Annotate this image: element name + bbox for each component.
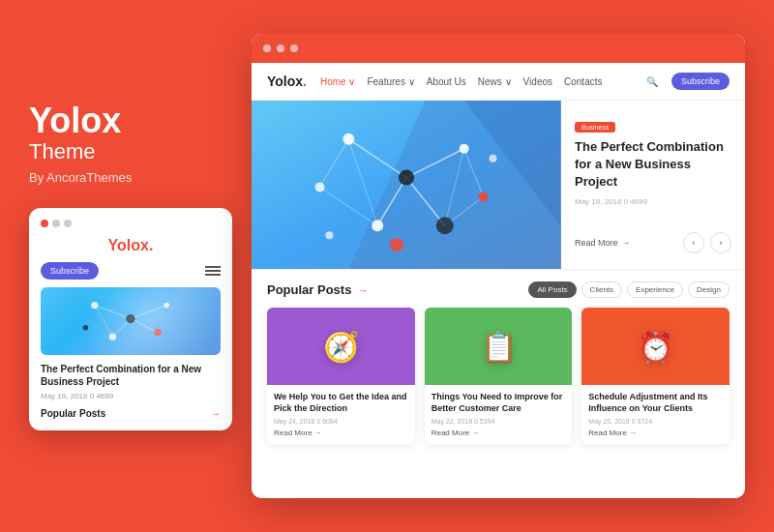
hero-image [252, 101, 561, 269]
svg-line-2 [112, 319, 131, 338]
mobile-mockup: Yolox. Subscribe [29, 208, 232, 430]
popular-title: Popular Posts → [267, 282, 368, 297]
browser-dot-2 [277, 44, 284, 52]
search-icon[interactable]: 🔍 [646, 76, 658, 87]
post-title-1: We Help You to Get the Idea and Pick the… [274, 392, 408, 414]
post-meta-2: May 22, 2018 0 5394 [432, 418, 566, 425]
svg-point-33 [325, 231, 333, 239]
nav-logo: Yolox. [267, 74, 307, 89]
svg-point-10 [83, 325, 89, 331]
browser-nav: Yolox. Home ∨ Features ∨ About Us News ∨… [252, 63, 745, 101]
browser-dot-1 [263, 44, 271, 52]
svg-point-31 [390, 238, 403, 251]
mobile-post-title: The Perfect Combination for a New Busine… [41, 363, 221, 388]
popular-section: Popular Posts → All Posts Clients Experi… [252, 270, 745, 456]
filter-design[interactable]: Design [688, 281, 729, 298]
post-title-3: Schedule Adjustment and Its Influence on… [588, 392, 723, 414]
filter-experience[interactable]: Experience [627, 281, 683, 298]
brand-title: Yolox [29, 102, 232, 140]
post-meta-3: May 20, 2018 0 3724 [588, 418, 723, 425]
mobile-subscribe-button[interactable]: Subscribe [41, 262, 99, 280]
read-more-arrow: → [622, 238, 631, 248]
svg-point-6 [126, 314, 134, 323]
svg-point-25 [342, 133, 354, 145]
compass-icon: 🧭 [323, 330, 359, 364]
mobile-logo: Yolox. [41, 237, 221, 254]
hero-nav-arrows: ‹ › [683, 232, 731, 253]
svg-point-26 [460, 144, 469, 154]
mobile-popular-label: Popular Posts [41, 408, 105, 419]
popular-filters: All Posts Clients Experience Design [528, 281, 729, 298]
nav-item-features[interactable]: Features ∨ [367, 76, 414, 87]
nav-item-news[interactable]: News ∨ [478, 76, 512, 87]
svg-point-32 [490, 155, 497, 163]
post-title-2: Things You Need to Improve for Better Cu… [432, 392, 566, 414]
mobile-dot-1 [41, 220, 48, 227]
hero-content: Business The Perfect Combination for a N… [561, 101, 745, 269]
svg-point-30 [479, 192, 489, 201]
filter-clients[interactable]: Clients [581, 281, 622, 298]
mobile-hero-image [41, 287, 221, 355]
posts-grid: 🧭 We Help You to Get the Idea and Pick t… [267, 308, 729, 444]
nav-item-contacts[interactable]: Contacts [564, 76, 602, 87]
popular-header: Popular Posts → All Posts Clients Experi… [267, 281, 729, 298]
svg-line-4 [95, 306, 113, 338]
hero-meta: May 18, 2018 0 4699 [575, 197, 731, 206]
svg-line-0 [95, 306, 131, 319]
post-thumb-3: ⏰ [581, 308, 729, 385]
next-arrow-button[interactable]: › [710, 232, 731, 253]
clock-icon: ⏰ [638, 330, 673, 364]
post-body-2: Things You Need to Improve for Better Cu… [425, 385, 573, 444]
left-panel: Yolox Theme By AncoraThemes Yolox. Subsc… [29, 92, 232, 441]
hero-read-more[interactable]: Read More → [575, 238, 631, 248]
svg-point-24 [399, 170, 414, 186]
svg-point-29 [315, 183, 325, 192]
post-read-more-3[interactable]: Read More → [588, 429, 723, 437]
nav-item-videos[interactable]: Videos [523, 76, 552, 87]
nav-items: Home ∨ Features ∨ About Us News ∨ Videos… [320, 76, 633, 87]
post-body-3: Schedule Adjustment and Its Influence on… [581, 385, 729, 444]
post-card-3: ⏰ Schedule Adjustment and Its Influence … [581, 308, 729, 444]
hero-title: The Perfect Combination for a New Busine… [575, 138, 731, 192]
nav-item-about[interactable]: About Us [427, 76, 466, 87]
prev-arrow-button[interactable]: ‹ [683, 232, 704, 253]
brand-author: By AncoraThemes [29, 170, 232, 185]
post-thumb-2: 📋 [425, 308, 573, 385]
nav-item-home[interactable]: Home ∨ [320, 76, 355, 87]
browser-bar [252, 34, 745, 63]
mobile-logo-text: Yolox. [108, 237, 154, 253]
post-read-more-1[interactable]: Read More → [274, 429, 408, 437]
post-meta-1: May 24, 2018 0 6084 [274, 418, 408, 425]
popular-arrow-icon: → [357, 284, 368, 296]
mobile-dot-2 [52, 220, 60, 227]
nav-subscribe-button[interactable]: Subscribe [671, 73, 729, 90]
svg-point-28 [436, 217, 454, 234]
post-card-1: 🧭 We Help You to Get the Idea and Pick t… [267, 308, 415, 444]
hero-section: Business The Perfect Combination for a N… [252, 101, 745, 270]
filter-all-posts[interactable]: All Posts [528, 281, 576, 298]
svg-point-9 [154, 329, 161, 336]
post-thumb-1: 🧭 [267, 308, 415, 385]
svg-point-7 [164, 303, 169, 309]
mobile-popular-arrow: → [211, 408, 221, 419]
svg-point-8 [109, 334, 116, 340]
browser-dot-3 [290, 44, 298, 52]
post-body-1: We Help You to Get the Idea and Pick the… [267, 385, 415, 444]
post-card-2: 📋 Things You Need to Improve for Better … [425, 308, 573, 444]
mobile-dot-3 [64, 220, 72, 227]
brand-subtitle: Theme [29, 139, 232, 164]
browser-mockup: Yolox. Home ∨ Features ∨ About Us News ∨… [252, 34, 745, 498]
svg-point-27 [372, 220, 383, 231]
mobile-popular-section: Popular Posts → [41, 408, 221, 419]
mobile-post-meta: May 18, 2018 0 4699 [41, 392, 221, 400]
hero-badge: Business [575, 122, 615, 133]
svg-line-1 [131, 306, 166, 319]
mobile-header-row: Subscribe [41, 262, 221, 280]
post-read-more-2[interactable]: Read More → [432, 429, 566, 437]
hamburger-icon[interactable] [205, 266, 221, 276]
document-icon: 📋 [481, 330, 517, 364]
mobile-dots [41, 220, 221, 227]
svg-line-3 [131, 319, 158, 333]
svg-point-5 [91, 302, 98, 309]
